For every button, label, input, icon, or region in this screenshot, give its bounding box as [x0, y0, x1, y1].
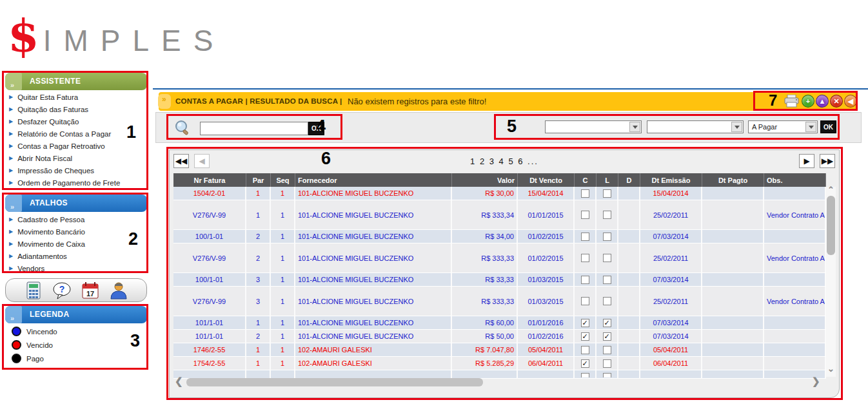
atalhos-item-adiantamentos[interactable]: ▶Adiantamentos — [5, 250, 147, 262]
table-row[interactable]: V276/V-9911101-ALCIONE MIGUEL BUCZENKOR$… — [173, 200, 826, 230]
table-row[interactable]: 100/1-0121101-ALCIONE MIGUEL BUCZENKOR$ … — [173, 230, 826, 243]
table-row[interactable]: 101/1-0121101-ALCIONE MIGUEL BUCZENKOR$ … — [173, 330, 826, 343]
nav-item-saidas[interactable]: Saídas — [403, 70, 430, 80]
nav-item-cadastros[interactable]: Cadastros — [169, 70, 209, 80]
nav-item-relatorios[interactable]: Relatórios — [444, 70, 484, 80]
checkbox[interactable] — [581, 211, 589, 219]
user-icon[interactable] — [109, 281, 128, 300]
cell-c[interactable] — [575, 287, 597, 316]
cell-l[interactable]: ✓ — [597, 316, 618, 330]
assistente-item-abrir-nota-fiscal[interactable]: ▶Abrir Nota Fiscal — [5, 152, 147, 164]
cell-l[interactable] — [597, 273, 618, 287]
checkbox[interactable]: ✓ — [581, 332, 589, 341]
scroll-down-icon[interactable]: ⌄ — [827, 366, 834, 372]
scroll-right-icon[interactable]: ❯ — [812, 378, 820, 385]
filter-select-1[interactable] — [545, 120, 642, 133]
page-numbers[interactable]: 1 2 3 4 5 6 ... — [170, 157, 839, 166]
assistente-item-impressa-o-de-cheques[interactable]: ▶Impressão de Cheques — [5, 164, 147, 176]
table-row[interactable]: V276/V-9931101-ALCIONE MIGUEL BUCZENKOR$… — [173, 287, 826, 316]
cell-l[interactable] — [597, 343, 618, 357]
cell-l[interactable] — [597, 200, 618, 230]
horizontal-scroll-thumb[interactable] — [186, 378, 483, 386]
cell-l[interactable] — [597, 357, 618, 370]
checkbox[interactable] — [581, 189, 589, 198]
checkbox[interactable]: ✓ — [603, 319, 611, 327]
checkbox[interactable]: ✓ — [581, 359, 589, 368]
next-page-button[interactable]: ▶ — [799, 154, 814, 168]
chevron-down-icon[interactable] — [805, 122, 816, 132]
search-input[interactable] — [200, 122, 308, 135]
table-row[interactable]: 1504/2-0111101-ALCIONE MIGUEL BUCZENKOR$… — [173, 187, 826, 200]
checkbox[interactable] — [603, 297, 611, 305]
cell[interactable]: Vendor Contrato ALCIONE MIGUEL FATURA: 1… — [764, 287, 826, 316]
cell-c[interactable] — [575, 243, 597, 273]
cell-l[interactable] — [597, 187, 618, 200]
nav-item-gerencial[interactable]: Gerencial — [277, 70, 315, 80]
chevron-down-icon[interactable] — [629, 122, 640, 132]
checkbox[interactable] — [581, 254, 589, 262]
cell-l[interactable] — [597, 287, 618, 316]
checkbox[interactable] — [603, 233, 611, 241]
cell-c[interactable] — [575, 273, 597, 287]
nav-item-rh[interactable]: RH — [328, 70, 341, 80]
checkbox[interactable] — [581, 297, 589, 305]
atalhos-item-cadastro-de-pessoa[interactable]: ▶Cadastro de Pessoa — [5, 213, 147, 225]
scroll-up-icon[interactable]: ⌃ — [827, 187, 834, 193]
checkbox[interactable] — [603, 346, 611, 354]
chevron-down-icon[interactable] — [731, 122, 742, 132]
table-row[interactable]: 1754/2-5511102-AMAURI GALESKIR$ 5.285,29… — [173, 357, 826, 370]
filter-select-status[interactable]: A Pagar — [748, 120, 818, 133]
assistente-item-quitac-a-o-das-faturas[interactable]: ▶Quitação das Faturas — [5, 103, 147, 115]
horizontal-scrollbar[interactable]: ❮ ❯ — [173, 377, 826, 388]
cell-c[interactable] — [575, 187, 597, 200]
checkbox[interactable] — [603, 254, 611, 262]
close-icon[interactable]: ✕ — [830, 95, 843, 108]
vertical-scroll-thumb[interactable] — [827, 196, 835, 255]
up-icon[interactable]: ▲ — [816, 95, 829, 108]
cell-l[interactable] — [597, 243, 618, 273]
cell-l[interactable] — [597, 230, 618, 243]
cell-c[interactable] — [575, 230, 597, 243]
calculator-icon[interactable] — [24, 281, 43, 300]
cell-c[interactable]: ✓ — [575, 330, 597, 343]
atalhos-item-movimento-banca-rio[interactable]: ▶Movimento Bancário — [5, 225, 147, 238]
back-icon[interactable]: ◀ — [844, 95, 857, 108]
table-row[interactable]: 1746/2-5511102-AMAURI GALESKIR$ 7.047,80… — [173, 343, 826, 357]
checkbox[interactable] — [581, 346, 589, 354]
assistente-item-relato-rio-de-contas-a-pagar[interactable]: ▶Relatório de Contas a Pagar — [5, 128, 147, 140]
nav-item-utilitarios[interactable]: Utilitários — [497, 70, 533, 80]
cell-c[interactable] — [575, 200, 597, 230]
print-icon[interactable] — [784, 95, 799, 108]
vertical-scrollbar[interactable]: ⌃ ⌄ — [826, 187, 836, 377]
checkbox[interactable] — [603, 211, 611, 219]
checkbox[interactable] — [603, 189, 611, 198]
scroll-left-icon[interactable]: ❮ — [175, 378, 183, 385]
cell-c[interactable]: ✓ — [575, 316, 597, 330]
assistente-item-desfazer-quitac-a-o[interactable]: ▶Desfazer Quitação — [5, 115, 147, 128]
help-icon[interactable]: ? — [52, 281, 72, 300]
checkbox[interactable]: ✓ — [581, 319, 589, 327]
table-row[interactable]: 100/1-0131101-ALCIONE MIGUEL BUCZENKOR$ … — [173, 273, 826, 287]
table-row[interactable]: 101/1-0111101-ALCIONE MIGUEL BUCZENKOR$ … — [173, 316, 826, 330]
atalhos-item-vendors[interactable]: ▶Vendors — [5, 262, 147, 274]
cell-l[interactable]: ✓ — [597, 330, 618, 343]
checkbox[interactable] — [581, 233, 589, 241]
assistente-item-quitar-esta-fatura[interactable]: ▶Quitar Esta Fatura — [5, 91, 147, 103]
nav-item-entradas[interactable]: Entradas — [355, 70, 390, 80]
cell[interactable]: Vendor Contrato ALCIONE MIGUEL FATURA: 1… — [764, 200, 826, 230]
assistente-item-ordem-de-pagamento-de-frete[interactable]: ▶Ordem de Pagamento de Frete — [5, 176, 147, 189]
atalhos-item-movimento-de-caixa[interactable]: ▶Movimento de Caixa — [5, 238, 147, 250]
checkbox[interactable] — [603, 359, 611, 368]
last-page-button[interactable]: ▶▶ — [820, 154, 835, 168]
filter-ok-button[interactable]: OK — [820, 120, 836, 133]
add-icon[interactable]: + — [802, 95, 814, 108]
calendar-icon[interactable]: 17 — [81, 281, 100, 300]
checkbox[interactable] — [603, 276, 611, 284]
checkbox[interactable]: ✓ — [603, 332, 611, 341]
filter-select-2[interactable] — [647, 120, 744, 133]
checkbox[interactable] — [581, 276, 589, 284]
nav-item-financeiro[interactable]: Financeiro — [222, 70, 263, 80]
cell[interactable]: Vendor Contrato ALCIONE MIGUEL FATURA: 1… — [764, 243, 826, 273]
assistente-item-contas-a-pagar-retroativo[interactable]: ▶Contas a Pagar Retroativo — [5, 140, 147, 152]
cell-c[interactable] — [575, 343, 597, 357]
